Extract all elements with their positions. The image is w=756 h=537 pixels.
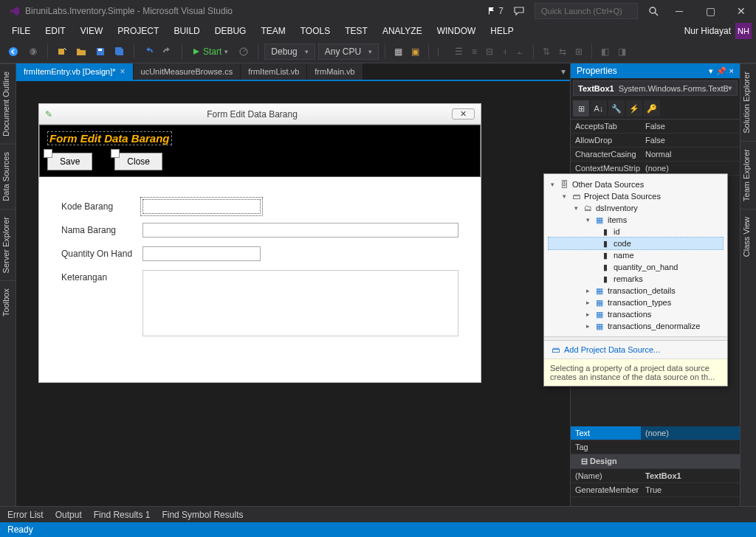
menu-window[interactable]: WINDOW (430, 23, 484, 39)
menu-team[interactable]: TEAM (253, 23, 292, 39)
expander-icon[interactable]: ▸ (584, 311, 591, 318)
align-icon-4[interactable]: ⊟ (483, 44, 496, 60)
form-close-button[interactable]: ✕ (452, 108, 475, 119)
ds-node-label[interactable]: Other Data Sources (572, 180, 644, 189)
textbox-qty[interactable] (142, 246, 261, 261)
close-icon[interactable]: × (120, 66, 126, 77)
close-button[interactable]: Close (114, 153, 162, 170)
align-icon-5[interactable]: ⫞ (499, 44, 509, 60)
align-icon-3[interactable]: ≡ (469, 44, 480, 60)
tab-error-list[interactable]: Error List (7, 510, 44, 520)
properties-header[interactable]: Properties ▾ 📌 × (571, 63, 740, 78)
expander-icon[interactable]: ▾ (560, 193, 568, 200)
menu-build[interactable]: BUILD (166, 23, 207, 39)
rail-solution-explorer[interactable]: Solution Explorer (740, 63, 756, 141)
platform-dropdown[interactable]: Any CPU (318, 44, 379, 60)
close-window-button[interactable]: ✕ (731, 3, 752, 19)
dropdown-icon[interactable]: ▾ (709, 66, 713, 76)
quick-launch-input[interactable] (535, 3, 638, 19)
events-icon[interactable]: ⚡ (626, 100, 642, 117)
tab-find-symbol-results[interactable]: Find Symbol Results (162, 510, 243, 520)
tab-overflow-icon[interactable]: ▾ (363, 63, 570, 80)
menu-view[interactable]: VIEW (73, 23, 111, 39)
rail-class-view[interactable]: Class View (740, 209, 756, 264)
form-window[interactable]: ✎ Form Edit Data Barang ✕ Form Edit Data… (38, 103, 481, 383)
properties-icon[interactable]: 🔧 (608, 100, 625, 117)
rail-document-outline[interactable]: Document Outline (0, 63, 16, 144)
ds-node-label[interactable]: transactions_denormalize (608, 322, 700, 330)
menu-analyze[interactable]: ANALYZE (375, 23, 430, 39)
alphabetical-icon[interactable]: A↓ (591, 100, 607, 117)
minimize-button[interactable]: ─ (669, 3, 690, 19)
ds-selected-column[interactable]: ▮code (549, 238, 723, 249)
browser-select-icon[interactable] (236, 44, 252, 60)
datasource-dropdown[interactable]: ▾🗄Other Data Sources ▾🗃Project Data Sour… (543, 173, 728, 387)
ds-node-label[interactable]: id (614, 227, 620, 236)
ds-node-label[interactable]: Project Data Sources (584, 192, 661, 201)
align-icon-1[interactable]: ⎸ (435, 44, 449, 60)
menu-file[interactable]: FILE (4, 23, 38, 39)
tab-ucunitmeasurebrowse[interactable]: ucUnitMeasureBrowse.cs (134, 63, 241, 80)
menu-help[interactable]: HELP (483, 23, 520, 39)
expander-icon[interactable]: ▸ (584, 299, 591, 306)
pin-icon[interactable]: 📌 (716, 66, 726, 76)
menu-project[interactable]: PROJECT (110, 23, 166, 39)
expander-icon[interactable]: ▸ (584, 287, 591, 294)
undo-icon[interactable] (140, 44, 157, 60)
ds-node-label[interactable]: transaction_types (608, 298, 671, 307)
rail-data-sources[interactable]: Data Sources (0, 144, 16, 209)
ds-node-label[interactable]: dsInventory (596, 204, 638, 212)
nav-forward-icon[interactable] (25, 44, 41, 60)
save-button[interactable]: Save (47, 153, 92, 170)
user-name[interactable]: Nur Hidayat (684, 26, 731, 36)
save-icon[interactable] (92, 44, 109, 60)
search-icon[interactable] (648, 6, 659, 16)
textarea-ket[interactable] (142, 270, 458, 336)
layout-icon-1[interactable]: ▦ (391, 44, 405, 60)
textbox-kode[interactable] (142, 199, 261, 214)
tab-output[interactable]: Output (55, 510, 82, 520)
rail-server-explorer[interactable]: Server Explorer (0, 209, 16, 280)
rail-team-explorer[interactable]: Team Explorer (740, 141, 756, 209)
redo-icon[interactable] (159, 44, 176, 60)
notification-flag[interactable]: 7 (487, 6, 504, 16)
expander-icon[interactable]: ▾ (572, 204, 580, 212)
user-avatar[interactable]: NH (735, 23, 752, 39)
save-all-icon[interactable] (111, 44, 128, 60)
feedback-icon[interactable] (514, 6, 524, 16)
tab-find-results-1[interactable]: Find Results 1 (94, 510, 151, 520)
ds-node-label[interactable]: transactions (608, 310, 651, 319)
start-button[interactable]: Start ▾ (188, 44, 233, 59)
config-dropdown[interactable]: Debug (264, 44, 315, 60)
rail-toolbox[interactable]: Toolbox (0, 280, 16, 324)
expander-icon[interactable]: ▸ (584, 322, 591, 330)
spacing-icon-3[interactable]: ⊞ (572, 44, 585, 60)
menu-tools[interactable]: TOOLS (293, 23, 337, 39)
ds-node-label[interactable]: name (614, 251, 634, 260)
close-icon[interactable]: × (729, 66, 734, 76)
ds-node-label[interactable]: items (608, 215, 627, 224)
add-datasource-link[interactable]: 🗃 Add Project Data Source... (544, 341, 727, 358)
layout-icon-2[interactable]: ▣ (408, 44, 422, 60)
designer-surface[interactable]: ✎ Form Edit Data Barang ✕ Form Edit Data… (16, 81, 570, 506)
tab-frmitementry[interactable]: frmItemEntry.vb [Design]* × (16, 63, 134, 80)
ds-node-label[interactable]: quantity_on_hand (614, 263, 678, 271)
expander-icon[interactable]: ▾ (549, 181, 556, 188)
categorized-icon[interactable]: ⊞ (573, 100, 589, 117)
tab-frmmain[interactable]: frmMain.vb (307, 63, 362, 80)
align-icon-2[interactable]: ☰ (452, 44, 466, 60)
order-icon-1[interactable]: ◧ (598, 44, 612, 60)
menu-test[interactable]: TEST (337, 23, 375, 39)
nav-back-icon[interactable] (4, 43, 22, 60)
new-project-icon[interactable] (54, 44, 70, 60)
form-header-panel[interactable]: Form Edit Data Barang Save Close (39, 125, 481, 177)
tab-frmitemlist[interactable]: frmItemList.vb (241, 63, 307, 80)
menu-edit[interactable]: EDIT (38, 23, 72, 39)
spacing-icon-1[interactable]: ⇅ (540, 44, 553, 60)
ds-node-label[interactable]: remarks (614, 274, 643, 283)
ds-node-label[interactable]: transaction_details (608, 286, 676, 295)
menu-debug[interactable]: DEBUG (207, 23, 254, 39)
object-selector[interactable]: TextBox1 System.Windows.Forms.TextBox ▾ (573, 80, 738, 96)
spacing-icon-2[interactable]: ⇆ (556, 44, 569, 60)
expander-icon[interactable]: ▾ (584, 216, 591, 224)
